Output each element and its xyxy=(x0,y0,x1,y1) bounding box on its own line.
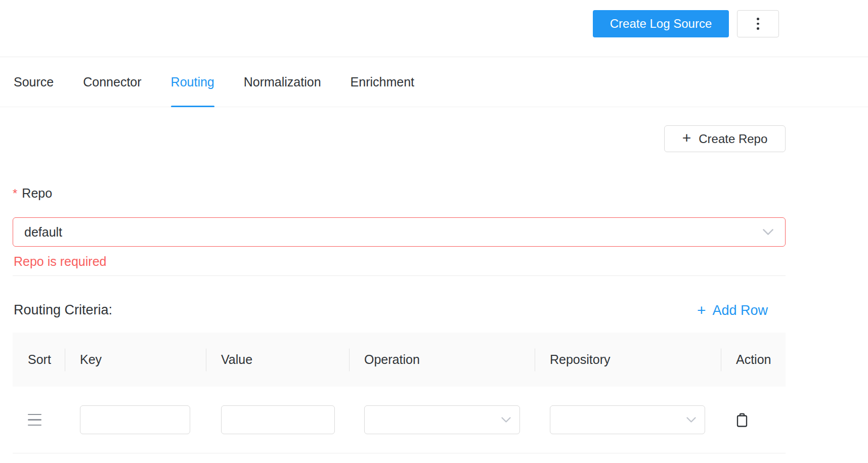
more-actions-button[interactable] xyxy=(737,10,779,37)
column-header-sort: Sort xyxy=(13,333,65,387)
top-action-bar: Create Log Source xyxy=(0,0,868,57)
column-header-repository: Repository xyxy=(535,333,721,387)
repo-select[interactable]: default xyxy=(13,217,786,247)
kebab-menu-icon xyxy=(757,18,759,30)
plus-icon: + xyxy=(682,130,691,146)
plus-icon: + xyxy=(697,303,706,318)
chevron-down-icon xyxy=(762,228,774,236)
section-divider xyxy=(13,275,786,276)
wizard-tab-bar: Source Connector Routing Normalization E… xyxy=(0,58,868,107)
add-row-label: Add Row xyxy=(713,303,768,318)
drag-handle[interactable] xyxy=(28,412,41,428)
table-header-row: Sort Key Value Operation Repository Acti… xyxy=(13,333,786,387)
create-repo-button[interactable]: + Create Repo xyxy=(664,125,786,152)
repository-select[interactable] xyxy=(550,405,705,434)
repo-select-value: default xyxy=(24,225,62,240)
trash-icon xyxy=(734,412,750,428)
repo-field-label: * Repo xyxy=(13,186,52,201)
tab-routing[interactable]: Routing xyxy=(171,58,214,107)
column-header-key: Key xyxy=(65,333,206,387)
column-header-action: Action xyxy=(721,333,786,387)
chevron-down-icon xyxy=(501,416,511,424)
chevron-down-icon xyxy=(686,416,697,424)
delete-row-button[interactable] xyxy=(734,412,750,428)
required-asterisk: * xyxy=(13,187,17,201)
tab-enrichment[interactable]: Enrichment xyxy=(351,58,414,107)
create-log-source-button[interactable]: Create Log Source xyxy=(593,10,729,37)
tab-connector[interactable]: Connector xyxy=(83,58,141,107)
log-source-routing-page: Create Log Source Source Connector Routi… xyxy=(0,0,868,463)
routing-criteria-title: Routing Criteria: xyxy=(14,302,112,318)
drag-handle-bar xyxy=(28,419,41,421)
column-header-value: Value xyxy=(206,333,349,387)
tab-normalization[interactable]: Normalization xyxy=(244,58,321,107)
value-input[interactable] xyxy=(221,405,335,434)
repo-label-text: Repo xyxy=(22,186,52,201)
operation-select[interactable] xyxy=(364,405,520,434)
table-row xyxy=(13,387,786,453)
column-header-operation: Operation xyxy=(349,333,535,387)
repo-error-message: Repo is required xyxy=(14,254,106,269)
add-row-button[interactable]: + Add Row xyxy=(697,303,768,318)
routing-criteria-table: Sort Key Value Operation Repository Acti… xyxy=(13,333,786,453)
key-input[interactable] xyxy=(80,405,190,434)
tab-source[interactable]: Source xyxy=(14,58,54,107)
drag-handle-bar xyxy=(28,414,41,415)
create-repo-label: Create Repo xyxy=(699,132,767,146)
drag-handle-bar xyxy=(28,425,41,426)
